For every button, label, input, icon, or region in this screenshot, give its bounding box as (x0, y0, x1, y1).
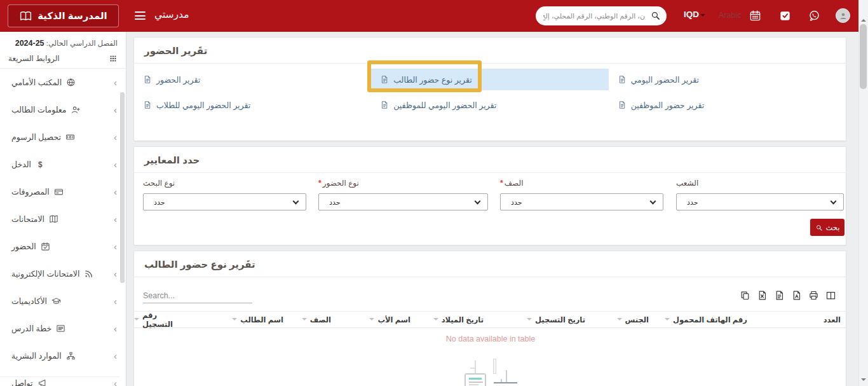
search-icon (650, 10, 661, 21)
csv-icon (774, 290, 785, 301)
sort-caret-icon (665, 318, 670, 323)
table-header-row: رقم التسجيلاسم الطالبالصفاسم الأبتاريخ ا… (134, 311, 847, 328)
copy-icon (740, 290, 750, 301)
sidebar-item-income[interactable]: الدخل‹ (0, 151, 126, 178)
scroll-up-icon[interactable] (861, 17, 866, 22)
print-export-button[interactable] (808, 289, 820, 301)
csv-export-button[interactable] (774, 289, 785, 301)
sidebar-item-label: الامتحانات الإلكترونية (11, 269, 79, 279)
sidebar-item-online-exams[interactable]: الامتحانات الإلكترونية‹ (0, 260, 126, 287)
sidebar-item-label: خطة الدرس (11, 324, 51, 333)
columns-export-button[interactable] (825, 289, 837, 301)
sidebar-item-label: الامتحانات (11, 214, 44, 224)
select-dropdown[interactable]: حدد (500, 193, 663, 210)
front-office-icon (66, 78, 76, 87)
column-header[interactable]: اسم الطالب (191, 312, 290, 327)
chevron-down-icon (650, 198, 656, 205)
search-icon (815, 224, 823, 231)
report-link[interactable]: تقرير الحضور اليومي للموظفين (371, 94, 608, 116)
card-title: تقَرير نوع حضور الطالب (134, 251, 846, 277)
illustration-line (469, 384, 478, 385)
excel-export-button[interactable] (757, 289, 768, 301)
pdf-export-button[interactable] (791, 289, 803, 301)
sidebar-header: الفصل الدراسي الحالي: 25-2024 الروابط ال… (0, 32, 126, 69)
sidebar-item-human-resources[interactable]: الموارد البشرية‹ (0, 342, 126, 369)
column-header[interactable]: تاريخ التسجيل (490, 312, 592, 327)
sidebar-item-label: الحضور (11, 242, 36, 251)
field-group: الشعبحدد (676, 179, 844, 210)
sidebar-item-communication[interactable]: تواصل‹ (0, 369, 126, 386)
quick-links-grid-icon[interactable] (109, 54, 118, 63)
column-header-label: اسم الطالب (240, 315, 283, 324)
column-header[interactable]: الصف (290, 312, 337, 327)
column-header[interactable]: اسم الأب (337, 312, 417, 327)
sidebar-item-expenses[interactable]: المصروفات‹ (0, 178, 126, 205)
quick-links-label: الروابط السريعة (8, 54, 60, 63)
illustration-line (506, 370, 507, 382)
exams-icon (49, 214, 58, 224)
column-header[interactable]: رقم الهاتف المحمول (655, 312, 754, 327)
sidebar-item-lesson-plan[interactable]: خطة الدرس‹ (0, 315, 126, 342)
scroll-down-icon[interactable] (861, 378, 866, 383)
select-dropdown[interactable]: حدد (676, 193, 844, 210)
illustration-line (475, 361, 476, 373)
column-header-label: رقم التسجيل (142, 311, 185, 329)
whatsapp-icon[interactable] (808, 10, 820, 22)
language-selector[interactable]: Arabic (719, 11, 741, 20)
column-header[interactable]: تاريخ الميلاد (417, 312, 490, 327)
sidebar-item-attendance[interactable]: الحضور‹ (0, 233, 126, 260)
sidebar-item-academics[interactable]: الأكاديميات‹ (0, 287, 126, 315)
column-header-label: العدد (824, 315, 841, 324)
search-button[interactable]: بحث (810, 219, 844, 236)
report-link[interactable]: تقرير نوع حضور الطالب (371, 69, 608, 90)
academics-icon (51, 296, 61, 306)
chevron-left-icon: ‹ (114, 380, 117, 386)
lesson-plan-icon (56, 324, 65, 333)
copy-export-button[interactable] (740, 289, 751, 301)
communication-icon (37, 378, 47, 386)
global-search-input[interactable] (543, 7, 645, 25)
document-icon (618, 75, 627, 84)
sort-caret-icon (433, 318, 438, 323)
user-avatar[interactable] (836, 8, 850, 23)
illustration-line (469, 378, 482, 380)
student-info-icon (71, 105, 81, 114)
report-link[interactable]: تقرير الحضور (134, 69, 371, 90)
page-scrollbar-thumb[interactable] (860, 24, 867, 89)
report-link[interactable]: تقرير الحضور اليومي للطلاب (134, 94, 371, 116)
school-logo[interactable]: المدرسة الذكية (8, 4, 119, 27)
sidebar-item-label: تواصل (11, 378, 33, 386)
sidebar-item-label: المصروفات (11, 187, 50, 196)
fee-collection-icon (65, 132, 75, 142)
sidebar-item-front-office[interactable]: المكتب الأمامي‹ (0, 69, 126, 96)
online-exams-icon (84, 269, 93, 279)
column-header-label: الصف (310, 315, 331, 324)
sidebar-menu: المكتب الأمامي‹معلومات الطالب‹تحصيل الرس… (0, 69, 126, 386)
report-link[interactable]: تقرير الحضور اليومي (609, 69, 846, 90)
book-logo-icon (19, 10, 32, 23)
sidebar-item-label: تحصيل الرسوم (11, 132, 61, 142)
select-value: حدد (511, 198, 522, 207)
sidebar-scrollbar[interactable] (120, 92, 125, 283)
select-dropdown[interactable]: حدد (143, 193, 306, 210)
illustration-line (470, 368, 475, 369)
sidebar-item-exams[interactable]: الامتحانات‹ (0, 205, 126, 233)
sort-caret-icon (617, 318, 622, 323)
calendar-icon[interactable] (749, 10, 761, 22)
hamburger-menu-icon[interactable] (135, 11, 146, 20)
caret-down-icon (700, 14, 705, 19)
sidebar-item-student-info[interactable]: معلومات الطالب‹ (0, 96, 126, 123)
tasks-icon[interactable] (779, 10, 791, 22)
column-header[interactable]: الجنس (592, 312, 655, 327)
select-value: حدد (154, 198, 165, 207)
sort-caret-icon (134, 318, 139, 323)
sort-caret-icon (232, 318, 237, 323)
report-link-label: تقرير نوع حضور الطالب (393, 75, 471, 85)
currency-selector[interactable]: IQD (684, 10, 699, 19)
table-search-input[interactable] (143, 288, 252, 303)
report-link[interactable]: تقرير حضور الموظفين (609, 94, 846, 116)
field-group: *الصفحدد (500, 179, 663, 210)
column-header[interactable]: رقم التسجيل (134, 312, 191, 327)
sidebar-item-fee-collection[interactable]: تحصيل الرسوم‹ (0, 123, 126, 151)
select-dropdown[interactable]: حدد (318, 193, 488, 210)
